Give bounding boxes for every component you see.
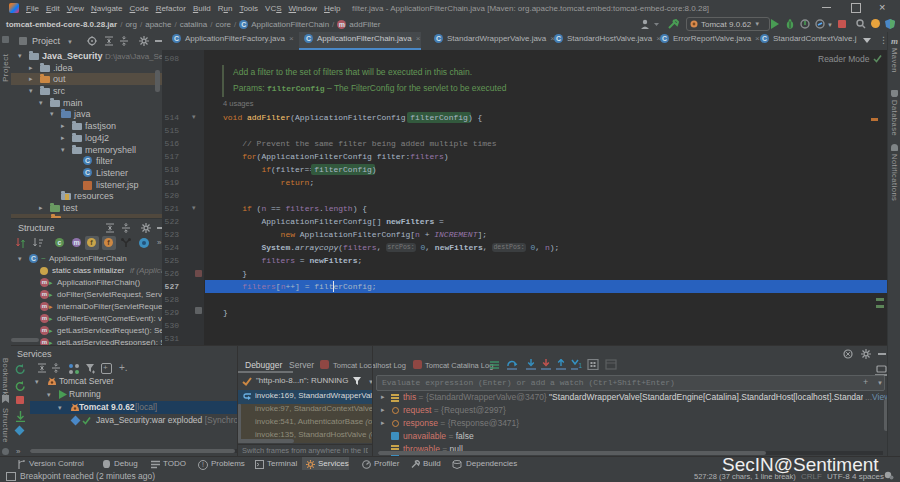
svg-text:1: 1 xyxy=(579,362,583,369)
